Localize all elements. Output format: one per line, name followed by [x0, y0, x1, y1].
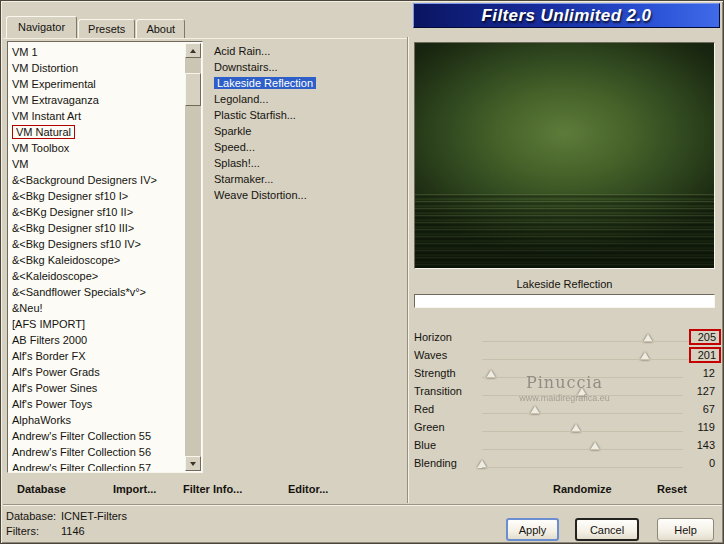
param-value-highlighted: 201	[689, 347, 721, 363]
filter-name-caption: Lakeside Reflection	[414, 278, 715, 290]
category-item-label: Andrew's Filter Collection 55	[12, 430, 151, 442]
scroll-thumb[interactable]	[185, 73, 201, 106]
slider-thumb-icon[interactable]	[577, 388, 587, 396]
param-row: Blue143	[414, 436, 715, 454]
import-button[interactable]: Import...	[109, 481, 160, 497]
category-item[interactable]: Alf's Power Toys	[10, 396, 185, 412]
category-item[interactable]: VM Natural	[10, 124, 185, 140]
category-item[interactable]: AB Filters 2000	[10, 332, 185, 348]
category-item[interactable]: VM Instant Art	[10, 108, 185, 124]
status-database-value: ICNET-Filters	[61, 510, 127, 522]
param-rows: Horizon205Waves201Strength12Transition12…	[414, 328, 715, 472]
category-item[interactable]: &<Bkg Designers sf10 IV>	[10, 236, 185, 252]
filter-info-button[interactable]: Filter Info...	[179, 481, 246, 497]
tab-navigator[interactable]: Navigator	[6, 16, 77, 38]
category-item-label: VM Extravaganza	[12, 94, 99, 106]
slider-thumb-icon[interactable]	[571, 424, 581, 432]
filter-item-label: Speed...	[214, 141, 255, 153]
category-item[interactable]: Alf's Power Grads	[10, 364, 185, 380]
category-item-label: &<Kaleidoscope>	[12, 270, 98, 282]
param-slider[interactable]	[482, 436, 683, 454]
category-item-label: AB Filters 2000	[12, 334, 87, 346]
apply-button[interactable]: Apply	[506, 518, 559, 541]
param-row: Strength12	[414, 364, 715, 382]
filter-item[interactable]: Weave Distortion...	[214, 187, 404, 203]
param-label: Transition	[414, 385, 482, 397]
filter-item[interactable]: Lakeside Reflection	[214, 75, 404, 91]
filter-item[interactable]: Legoland...	[214, 91, 404, 107]
category-item[interactable]: VM Experimental	[10, 76, 185, 92]
param-slider[interactable]	[482, 346, 689, 364]
category-item[interactable]: &<Sandflower Specials*v°>	[10, 284, 185, 300]
category-item[interactable]: &Neu!	[10, 300, 185, 316]
slider-thumb-icon[interactable]	[590, 442, 600, 450]
tab-presets[interactable]: Presets	[78, 19, 135, 38]
filter-item[interactable]: Plastic Starfish...	[214, 107, 404, 123]
category-item[interactable]: &<Kaleidoscope>	[10, 268, 185, 284]
category-item[interactable]: VM	[10, 156, 185, 172]
status-database: Database:ICNET-Filters	[6, 510, 127, 522]
filter-item[interactable]: Downstairs...	[214, 59, 404, 75]
category-item[interactable]: Andrew's Filter Collection 57	[10, 460, 185, 471]
slider-thumb-icon[interactable]	[530, 406, 540, 414]
slider-thumb-icon[interactable]	[477, 460, 487, 468]
param-slider[interactable]	[482, 382, 683, 400]
category-item-label: &<Bkg Kaleidoscope>	[12, 254, 120, 266]
scroll-up-button[interactable]	[185, 43, 201, 58]
reset-button[interactable]: Reset	[653, 481, 691, 497]
category-item[interactable]: VM Distortion	[10, 60, 185, 76]
category-item[interactable]: &<Background Designers IV>	[10, 172, 185, 188]
category-item[interactable]: [AFS IMPORT]	[10, 316, 185, 332]
param-slider[interactable]	[482, 328, 689, 346]
category-item[interactable]: &<Bkg Designer sf10 III>	[10, 220, 185, 236]
category-list-items: VM 1VM DistortionVM ExperimentalVM Extra…	[10, 44, 185, 471]
category-item-label: VM Distortion	[12, 62, 78, 74]
category-item[interactable]: &<Bkg Kaleidoscope>	[10, 252, 185, 268]
slider-thumb-icon[interactable]	[486, 370, 496, 378]
category-item[interactable]: VM 1	[10, 44, 185, 60]
param-slider[interactable]	[482, 364, 683, 382]
category-item-label: AlphaWorks	[12, 414, 71, 426]
category-item[interactable]: &<Bkg Designer sf10 I>	[10, 188, 185, 204]
category-item-label: VM	[12, 158, 29, 170]
param-slider[interactable]	[482, 454, 683, 472]
help-button[interactable]: Help	[657, 518, 714, 541]
category-item[interactable]: Alf's Power Sines	[10, 380, 185, 396]
category-item[interactable]: Andrew's Filter Collection 56	[10, 444, 185, 460]
randomize-button[interactable]: Randomize	[549, 481, 616, 497]
category-item[interactable]: VM Toolbox	[10, 140, 185, 156]
slider-thumb-icon[interactable]	[643, 334, 653, 342]
param-slider[interactable]	[482, 400, 683, 418]
status-filters: Filters:1146	[6, 525, 85, 537]
filter-list: Acid Rain...Downstairs...Lakeside Reflec…	[214, 43, 404, 473]
category-item-label: &Neu!	[12, 302, 43, 314]
category-item-label: &<Bkg Designers sf10 IV>	[12, 238, 141, 250]
category-item[interactable]: VM Extravaganza	[10, 92, 185, 108]
up-arrow-icon	[190, 49, 196, 53]
database-button[interactable]: Database	[13, 481, 70, 497]
param-label: Strength	[414, 367, 482, 379]
filter-item[interactable]: Speed...	[214, 139, 404, 155]
param-slider[interactable]	[482, 418, 683, 436]
status-separator	[3, 504, 722, 506]
filter-item-label: Starmaker...	[214, 173, 273, 185]
filter-item[interactable]: Sparkle	[214, 123, 404, 139]
scroll-down-button[interactable]	[185, 456, 201, 471]
category-item[interactable]: Alf's Border FX	[10, 348, 185, 364]
category-item[interactable]: AlphaWorks	[10, 412, 185, 428]
category-item[interactable]: Andrew's Filter Collection 55	[10, 428, 185, 444]
param-label: Blending	[414, 457, 482, 469]
editor-button[interactable]: Editor...	[284, 481, 332, 497]
param-label: Waves	[414, 349, 482, 361]
filter-item[interactable]: Splash!...	[214, 155, 404, 171]
selected-category-annotation: VM Natural	[12, 125, 75, 139]
category-scrollbar[interactable]	[185, 43, 201, 471]
logo-banner: Filters Unlimited 2.0	[413, 3, 720, 28]
cancel-button[interactable]: Cancel	[575, 518, 639, 541]
category-item[interactable]: &<BKg Designer sf10 II>	[10, 204, 185, 220]
slider-thumb-icon[interactable]	[640, 352, 650, 360]
category-item-label: &<BKg Designer sf10 II>	[12, 206, 133, 218]
tab-about[interactable]: About	[136, 19, 185, 38]
filter-item[interactable]: Acid Rain...	[214, 43, 404, 59]
filter-item[interactable]: Starmaker...	[214, 171, 404, 187]
